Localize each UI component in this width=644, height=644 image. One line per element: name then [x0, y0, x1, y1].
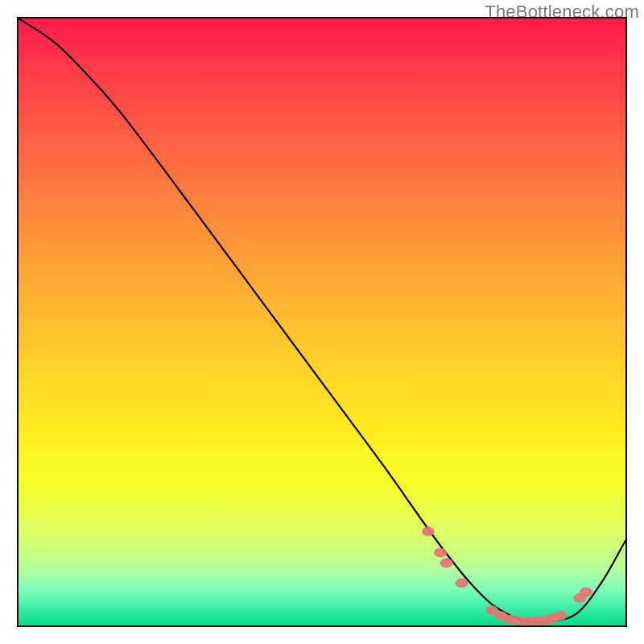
bottleneck-curve	[19, 19, 625, 622]
curve-layer	[19, 19, 625, 625]
chart-container: TheBottleneck.com	[0, 0, 644, 644]
data-marker	[455, 578, 468, 588]
data-marker	[554, 611, 567, 621]
data-marker	[440, 558, 453, 568]
data-marker	[434, 548, 447, 558]
data-marker	[422, 526, 435, 536]
plot-area	[17, 17, 627, 627]
marker-group	[422, 526, 592, 625]
data-marker	[580, 588, 592, 597]
